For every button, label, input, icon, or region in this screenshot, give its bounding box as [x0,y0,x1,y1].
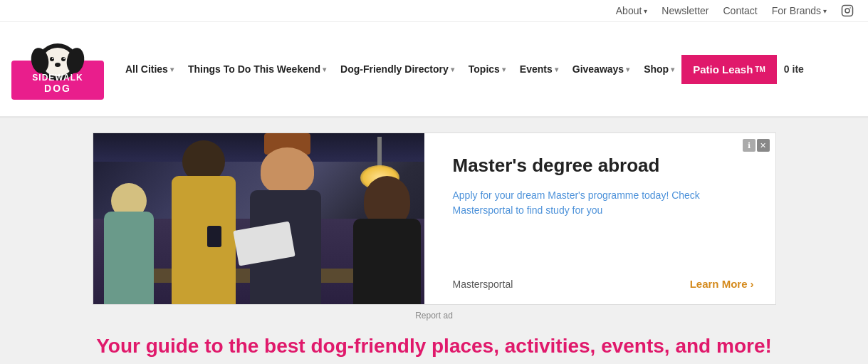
svg-point-12 [55,63,61,67]
giveaways-chevron-icon: ▾ [626,66,629,73]
things-to-do-chevron-icon: ▾ [323,66,326,73]
nav-things-to-do[interactable]: Things To Do This Weekend ▾ [181,58,333,80]
about-link[interactable]: About ▾ [616,5,648,16]
for-brands-link[interactable]: For Brands ▾ [772,5,827,16]
svg-text:SIDEWALK: SIDEWALK [32,73,83,83]
learn-more-arrow-icon: › [751,278,754,290]
ad-description: Apply for your dream Master's programme … [453,188,754,218]
hero-text: Your guide to the best dog-friendly plac… [0,321,868,364]
ad-banner: ℹ ✕ [93,132,776,305]
ad-image [93,133,424,304]
about-label: About [616,5,642,16]
content-area: ℹ ✕ [0,118,868,364]
instagram-icon [841,4,854,17]
svg-point-11 [63,58,65,59]
nav-events[interactable]: Events ▾ [513,58,565,80]
instagram-link[interactable] [841,4,854,17]
main-nav: SIDEWALK DOG All Cities ▾ Things To Do T… [0,22,868,118]
directory-chevron-icon: ▾ [451,66,454,73]
svg-point-9 [61,57,66,61]
ad-controls: ℹ ✕ [743,139,770,152]
for-brands-chevron-icon: ▾ [823,7,827,15]
nav-links: All Cities ▾ Things To Do This Weekend ▾… [118,55,804,84]
shop-chevron-icon: ▾ [671,66,674,73]
ad-brand: Mastersportal [453,279,513,290]
svg-point-2 [849,7,851,9]
nav-giveaways[interactable]: Giveaways ▾ [565,58,637,80]
all-cities-chevron-icon: ▾ [170,66,174,73]
svg-point-1 [845,9,849,13]
ad-title: Master's degree abroad [453,155,754,177]
newsletter-label: Newsletter [662,5,708,16]
ad-close-button[interactable]: ✕ [757,139,770,152]
contact-label: Contact [723,5,758,16]
events-chevron-icon: ▾ [555,66,558,73]
newsletter-link[interactable]: Newsletter [662,5,708,16]
about-chevron-icon: ▾ [644,7,647,15]
ad-info-button[interactable]: ℹ [743,139,755,152]
contact-link[interactable]: Contact [723,5,758,16]
nav-shop[interactable]: Shop ▾ [637,58,681,80]
cart-info[interactable]: 0 ite [784,63,804,75]
nav-patio-leash[interactable]: Patio LeashTM [681,55,777,84]
topics-chevron-icon: ▾ [502,66,506,73]
ad-footer: Mastersportal Learn More › [453,278,754,290]
ad-info-panel: Master's degree abroad Apply for your dr… [424,133,775,304]
svg-text:DOG: DOG [44,83,71,94]
report-ad-link[interactable]: Report ad [415,311,453,321]
nav-topics[interactable]: Topics ▾ [461,58,513,80]
trademark-symbol: TM [755,66,765,73]
svg-rect-0 [842,6,853,16]
nav-dog-friendly-directory[interactable]: Dog-Friendly Directory ▾ [333,58,461,80]
nav-all-cities[interactable]: All Cities ▾ [118,58,181,80]
svg-point-8 [50,57,54,61]
for-brands-label: For Brands [772,5,821,16]
logo-wrap[interactable]: SIDEWALK DOG [11,39,104,100]
site-logo: SIDEWALK DOG [11,39,104,100]
svg-point-10 [52,58,53,59]
top-bar: About ▾ Newsletter Contact For Brands ▾ [0,0,868,22]
ad-learn-more-link[interactable]: Learn More › [690,278,754,290]
